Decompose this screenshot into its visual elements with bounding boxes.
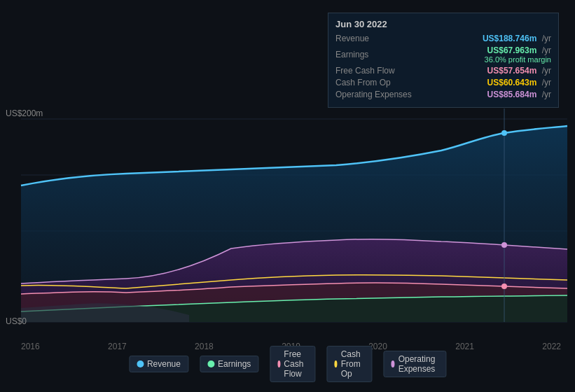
svg-point-9 [501, 284, 507, 289]
legend-label-cashop: Cash From Op [341, 349, 365, 379]
legend-dot-cashop [334, 360, 337, 368]
tooltip-opex-label: Operating Expenses [335, 90, 420, 99]
x-label-2016: 2016 [21, 342, 40, 351]
tooltip-fcf-row: Free Cash Flow US$57.654m /yr [335, 66, 551, 76]
tooltip-revenue-suffix: /yr [542, 34, 551, 43]
chart-area: US$200m US$0 Jun 30 2022 Revenue US$188.… [0, 0, 575, 392]
legend-item-revenue[interactable]: Revenue [129, 356, 188, 372]
y-axis-top-label: US$200m [6, 108, 43, 118]
legend-label-opex: Operating Expenses [399, 354, 438, 374]
tooltip-cashop-label: Cash From Op [335, 78, 420, 88]
legend-item-earnings[interactable]: Earnings [200, 356, 258, 372]
legend-label-earnings: Earnings [218, 359, 251, 369]
tooltip-fcf-label: Free Cash Flow [335, 66, 420, 76]
tooltip-box: Jun 30 2022 Revenue US$188.746m /yr Earn… [328, 13, 559, 108]
legend-dot-opex [391, 360, 394, 368]
svg-point-7 [501, 130, 507, 136]
legend-label-fcf: Free Cash Flow [284, 349, 307, 379]
tooltip-earnings-label: Earnings [335, 50, 420, 59]
tooltip-revenue-label: Revenue [335, 34, 420, 43]
tooltip-cashop-row: Cash From Op US$60.643m /yr [335, 78, 551, 88]
tooltip-earnings-value: US$67.963m [487, 46, 537, 55]
tooltip-revenue-value: US$188.746m [483, 34, 536, 43]
tooltip-fcf-value: US$57.654m [487, 66, 537, 76]
tooltip-cashop-value: US$60.643m [487, 78, 537, 88]
x-label-2021: 2021 [455, 342, 474, 351]
svg-point-8 [501, 242, 507, 248]
legend-dot-revenue [137, 360, 144, 368]
chart-legend: Revenue Earnings Free Cash Flow Cash Fro… [129, 346, 446, 382]
profit-margin-label: 36.0% profit margin [485, 55, 551, 64]
tooltip-fcf-suffix: /yr [542, 66, 551, 76]
tooltip-opex-suffix: /yr [542, 90, 551, 99]
tooltip-cashop-suffix: /yr [542, 78, 551, 88]
x-label-2022: 2022 [542, 342, 561, 351]
x-label-2017: 2017 [108, 342, 127, 351]
tooltip-earnings-suffix: /yr [542, 46, 551, 55]
tooltip-date: Jun 30 2022 [335, 19, 551, 29]
tooltip-revenue-row: Revenue US$188.746m /yr [335, 34, 551, 43]
legend-dot-earnings [207, 360, 214, 368]
legend-dot-fcf [277, 360, 280, 368]
tooltip-opex-value: US$85.684m [487, 90, 537, 99]
legend-item-cashop[interactable]: Cash From Op [326, 346, 372, 382]
legend-item-fcf[interactable]: Free Cash Flow [270, 346, 315, 382]
legend-item-opex[interactable]: Operating Expenses [383, 351, 446, 377]
tooltip-opex-row: Operating Expenses US$85.684m /yr [335, 90, 551, 99]
tooltip-earnings-row: Earnings US$67.963m /yr 36.0% profit mar… [335, 46, 551, 64]
y-axis-bottom-label: US$0 [6, 316, 27, 326]
legend-label-revenue: Revenue [147, 359, 181, 369]
